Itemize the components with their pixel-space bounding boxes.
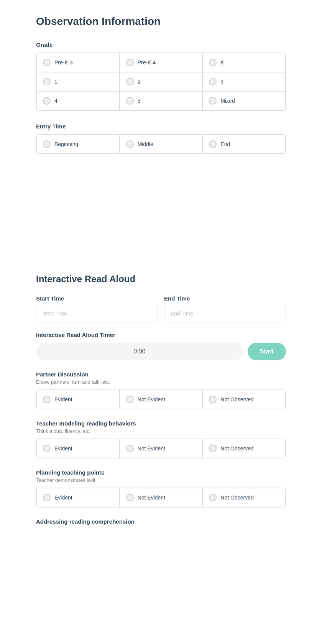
entry-time-beginning-label: Beginning [54, 141, 78, 147]
radio-circle-prek4 [126, 59, 134, 66]
radio-circle-middle [126, 140, 134, 148]
grade-label-5: 5 [138, 98, 141, 104]
addressing-section: Addressing reading comprehension [36, 518, 286, 525]
partner-discussion-sublabel: Elbow partners, turn and talk, etc. [36, 379, 286, 385]
planning-teaching-evident[interactable]: Evident [36, 488, 120, 507]
radio-circle-tm-not-evident [126, 445, 134, 452]
radio-circle-end [209, 140, 217, 148]
teacher-modeling-evident[interactable]: Evident [36, 439, 120, 458]
entry-time-beginning[interactable]: Beginning [36, 135, 120, 154]
partner-discussion-evident[interactable]: Evident [36, 390, 120, 409]
partner-discussion-label: Partner Discussion [36, 371, 286, 378]
radio-circle-pd-not-evident [126, 396, 134, 403]
start-time-field: Start Time [36, 295, 158, 322]
teacher-modeling-not-evident[interactable]: Not Evident [120, 439, 203, 458]
radio-circle-beginning [43, 140, 51, 148]
start-time-input[interactable] [36, 305, 158, 322]
grade-label-4: 4 [54, 98, 58, 104]
planning-teaching-options-grid: Evident Not Evident Not Observed [36, 488, 286, 508]
pt-not-observed-label: Not Observed [220, 495, 253, 501]
partner-discussion-not-observed[interactable]: Not Observed [202, 390, 286, 409]
pt-not-evident-label: Not Evident [138, 495, 165, 501]
radio-circle-pt-not-evident [126, 494, 134, 501]
radio-circle-k [209, 59, 217, 66]
interactive-read-aloud-title: Interactive Read Aloud [36, 274, 286, 284]
grade-label-prek4: Pre-K 4 [138, 59, 156, 66]
observation-info-title: Observation Information [36, 15, 286, 28]
planning-teaching-label: Planning teaching points [36, 469, 286, 476]
grade-label-1: 1 [54, 79, 58, 85]
pd-not-evident-label: Not Evident [138, 396, 165, 402]
radio-circle-pt-evident [43, 494, 51, 501]
time-row: Start Time End Time [36, 295, 286, 322]
grade-option-1[interactable]: 1 [36, 72, 120, 91]
timer-row: 0:00 Start [36, 343, 286, 360]
end-time-input[interactable] [164, 305, 286, 322]
grade-label-3: 3 [220, 79, 223, 85]
tm-not-observed-label: Not Observed [220, 445, 253, 452]
timer-display: 0:00 [36, 343, 243, 360]
grade-options-grid: Pre-K 3 Pre-K 4 K 1 2 3 [36, 53, 286, 111]
radio-circle-1 [43, 78, 51, 85]
grade-option-4[interactable]: 4 [36, 91, 120, 110]
entry-time-middle[interactable]: Middle [120, 135, 203, 154]
grade-option-2[interactable]: 2 [120, 72, 203, 91]
radio-circle-prek3 [43, 59, 51, 66]
teacher-modeling-sublabel: Think aloud, fluency, etc. [36, 428, 286, 434]
teacher-modeling-section: Teacher modeling reading behaviors Think… [36, 420, 286, 458]
timer-section: Interactive Read Aloud Timer 0:00 Start [36, 332, 286, 360]
grade-label-k: K [220, 59, 224, 66]
radio-circle-3 [209, 78, 217, 85]
grade-label-mixed: Mixed [220, 98, 235, 104]
end-time-field: End Time [164, 295, 286, 322]
end-time-label: End Time [164, 295, 286, 302]
entry-time-end-label: End [220, 141, 230, 147]
grade-option-5[interactable]: 5 [120, 91, 203, 110]
teacher-modeling-not-observed[interactable]: Not Observed [202, 439, 286, 458]
grade-section: Grade Pre-K 3 Pre-K 4 K 1 2 [36, 41, 286, 111]
addressing-label: Addressing reading comprehension [36, 518, 286, 525]
grade-label-2: 2 [138, 79, 141, 85]
grade-option-prek4[interactable]: Pre-K 4 [120, 53, 203, 72]
spacer [36, 166, 286, 274]
planning-teaching-not-evident[interactable]: Not Evident [120, 488, 203, 507]
grade-option-mixed[interactable]: Mixed [202, 91, 286, 110]
radio-circle-tm-evident [43, 445, 51, 452]
radio-circle-2 [126, 78, 134, 85]
teacher-modeling-label: Teacher modeling reading behaviors [36, 420, 286, 427]
grade-option-prek3[interactable]: Pre-K 3 [36, 53, 120, 72]
pd-not-observed-label: Not Observed [220, 396, 253, 402]
radio-circle-5 [126, 97, 134, 105]
grade-label: Grade [36, 41, 286, 48]
planning-teaching-sublabel: Teacher demonstrates skill [36, 477, 286, 483]
tm-evident-label: Evident [54, 445, 72, 452]
pt-evident-label: Evident [54, 495, 72, 501]
partner-discussion-section: Partner Discussion Elbow partners, turn … [36, 371, 286, 409]
tm-not-evident-label: Not Evident [138, 445, 165, 452]
grade-label-prek3: Pre-K 3 [54, 59, 72, 66]
entry-time-options-grid: Beginning Middle End [36, 134, 286, 154]
radio-circle-mixed [209, 97, 217, 105]
grade-option-k[interactable]: K [202, 53, 286, 72]
radio-circle-pt-not-observed [209, 494, 217, 501]
radio-circle-4 [43, 97, 51, 105]
teacher-modeling-options-grid: Evident Not Evident Not Observed [36, 439, 286, 458]
grade-option-3[interactable]: 3 [202, 72, 286, 91]
start-time-label: Start Time [36, 295, 158, 302]
entry-time-middle-label: Middle [138, 141, 153, 147]
entry-time-end[interactable]: End [202, 135, 286, 154]
entry-time-section: Entry Time Beginning Middle End [36, 123, 286, 154]
partner-discussion-options-grid: Evident Not Evident Not Observed [36, 389, 286, 409]
timer-start-button[interactable]: Start [248, 343, 286, 360]
radio-circle-tm-not-observed [209, 445, 217, 452]
pd-evident-label: Evident [54, 396, 72, 402]
planning-teaching-not-observed[interactable]: Not Observed [202, 488, 286, 507]
entry-time-label: Entry Time [36, 123, 286, 130]
partner-discussion-not-evident[interactable]: Not Evident [120, 390, 203, 409]
radio-circle-pd-not-observed [209, 396, 217, 403]
radio-circle-pd-evident [43, 396, 51, 403]
timer-label: Interactive Read Aloud Timer [36, 332, 286, 338]
planning-teaching-section: Planning teaching points Teacher demonst… [36, 469, 286, 508]
